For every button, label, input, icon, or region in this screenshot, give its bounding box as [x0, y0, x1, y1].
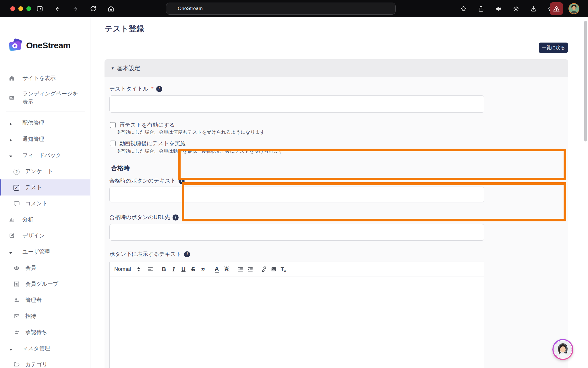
required-asterisk: * [151, 86, 153, 92]
pass-button-url-input[interactable] [109, 224, 484, 241]
sidebar-item-pending-approval[interactable]: 承認待ち [0, 324, 90, 340]
sidebar-item-categories[interactable]: カテゴリ [0, 356, 90, 368]
test-title-label: テストタイトル* i [109, 85, 162, 93]
sidebar-item-view-landing-page[interactable]: ランディングページを表示 [0, 86, 90, 109]
sidebar-item-user-management[interactable]: ユーザ管理 [0, 244, 90, 260]
sidebar-item-member-groups[interactable]: 会員グループ [0, 276, 90, 292]
format-select[interactable]: Normal [114, 266, 140, 272]
sidebar-divider [6, 112, 85, 112]
sidebar-item-design[interactable]: デザイン [0, 228, 90, 244]
bold-icon[interactable]: B [159, 264, 169, 274]
link-icon[interactable] [259, 264, 269, 274]
forward-icon[interactable] [71, 5, 79, 12]
info-icon[interactable]: i [179, 178, 185, 184]
onestream-logo[interactable]: OneStream [9, 39, 71, 52]
retest-checkbox-row[interactable]: 再テストを有効にする [110, 120, 175, 130]
zoom-window-button[interactable] [26, 6, 31, 11]
text-color-icon[interactable]: A [212, 264, 222, 274]
section-header-label: 基本設定 [117, 64, 140, 72]
bookmark-star-icon[interactable] [460, 5, 467, 12]
sidebar-item-label: テスト [25, 184, 42, 191]
basic-settings-section-header[interactable]: ▼ 基本設定 [105, 59, 568, 77]
caret-right-icon [9, 121, 13, 125]
sidebar-toggle-icon[interactable] [36, 5, 43, 12]
sidebar-item-master-management[interactable]: マスタ管理 [0, 340, 90, 356]
sidebar-item-label: 分析 [22, 216, 33, 223]
underline-icon[interactable]: U [179, 264, 188, 274]
align-icon[interactable] [145, 264, 155, 274]
clear-formatting-icon[interactable]: Tx [278, 264, 288, 274]
after-video-hint: ※有効にした場合、会員は動画を最低一度視聴完了後にテストを受けられます [117, 148, 283, 154]
home-icon [9, 75, 15, 81]
pass-button-text-input[interactable] [109, 187, 484, 202]
italic-icon[interactable]: I [169, 264, 179, 274]
strikethrough-icon[interactable]: S [188, 264, 198, 274]
blockquote-icon[interactable]: ” [198, 264, 208, 274]
indent-icon[interactable] [245, 264, 255, 274]
page-scrollbar[interactable] [584, 21, 587, 141]
minimize-window-button[interactable] [18, 6, 23, 11]
sidebar-item-admins[interactable]: 管理者 [0, 292, 90, 308]
support-chat-button[interactable] [552, 339, 573, 360]
sidebar-item-comment[interactable]: コメント [0, 195, 90, 212]
sidebar-item-label: フィードバック [22, 152, 61, 159]
warning-triangle-icon [552, 5, 560, 13]
pass-section-heading: 合格時 [111, 164, 130, 172]
sidebar-item-label: 通知管理 [22, 135, 44, 143]
pass-button-text-label: 合格時のボタンのテキスト i [109, 177, 185, 185]
close-window-button[interactable] [10, 6, 15, 11]
sidebar-item-feedback[interactable]: フィードバック [0, 147, 90, 163]
editor-text-area[interactable] [110, 277, 484, 368]
window-controls [10, 6, 31, 11]
survey-icon: ? [13, 168, 20, 175]
back-icon[interactable] [54, 5, 61, 12]
outdent-icon[interactable] [235, 264, 245, 274]
sidebar-item-label: マスタ管理 [22, 345, 50, 352]
onestream-logo-text: OneStream [26, 41, 71, 50]
test-title-input[interactable] [109, 95, 484, 113]
home-icon[interactable] [107, 5, 115, 12]
retest-hint: ※有効にした場合、会員は何度もテストを受けられるようになります [117, 129, 265, 135]
format-select-value: Normal [114, 266, 131, 272]
sidebar-item-label: コメント [25, 200, 48, 207]
retest-checkbox[interactable] [110, 122, 116, 128]
caret-down-icon [9, 250, 13, 254]
support-agent-avatar [554, 341, 572, 358]
sidebar-item-label: 管理者 [25, 296, 42, 304]
address-bar[interactable]: OneStream [166, 3, 396, 15]
back-to-list-button[interactable]: 一覧に戻る [539, 43, 568, 53]
reload-icon[interactable] [89, 5, 97, 12]
sidebar: OneStream サイトを表示ランディングページを表示配信管理通知管理フィード… [0, 17, 90, 368]
info-icon[interactable]: i [173, 214, 179, 221]
after-video-checkbox-row[interactable]: 動画視聴後にテストを実施 [110, 138, 185, 149]
sidebar-item-members[interactable]: 会員 [0, 260, 90, 276]
collapse-triangle-icon: ▼ [111, 66, 115, 70]
category-icon [13, 361, 20, 368]
sidebar-item-label: 会員 [25, 264, 36, 272]
info-icon[interactable]: i [156, 86, 162, 92]
share-icon[interactable] [477, 5, 485, 12]
settings-gear-icon[interactable] [512, 5, 520, 12]
image-icon[interactable] [269, 264, 278, 274]
highlight-color-icon[interactable]: A [222, 264, 231, 274]
sidebar-item-delivery-management[interactable]: 配信管理 [0, 115, 90, 131]
sidebar-item-label: カテゴリ [25, 361, 48, 368]
sidebar-item-label: デザイン [22, 232, 45, 239]
browser-profile-avatar[interactable] [568, 3, 579, 14]
info-icon[interactable]: i [184, 251, 190, 257]
downloads-icon[interactable] [530, 5, 537, 12]
audio-icon[interactable] [495, 5, 502, 12]
page-title: テスト登録 [105, 24, 144, 34]
rich-text-editor: Normal B I U S ” [109, 262, 484, 368]
warning-extension-button[interactable] [550, 2, 563, 15]
sidebar-item-notification-management[interactable]: 通知管理 [0, 131, 90, 147]
retest-checkbox-label: 再テストを有効にする [119, 121, 175, 129]
sidebar-item-test[interactable]: ✓テスト [0, 179, 90, 195]
sidebar-item-analytics[interactable]: 分析 [0, 212, 90, 228]
test-icon: ✓ [13, 184, 20, 191]
sidebar-item-survey[interactable]: ?アンケート [0, 163, 90, 179]
sidebar-item-label: ランディングページを表示 [22, 90, 78, 106]
sidebar-item-view-site[interactable]: サイトを表示 [0, 70, 90, 86]
sidebar-item-invitations[interactable]: 招待 [0, 308, 90, 324]
after-video-checkbox[interactable] [110, 141, 116, 146]
